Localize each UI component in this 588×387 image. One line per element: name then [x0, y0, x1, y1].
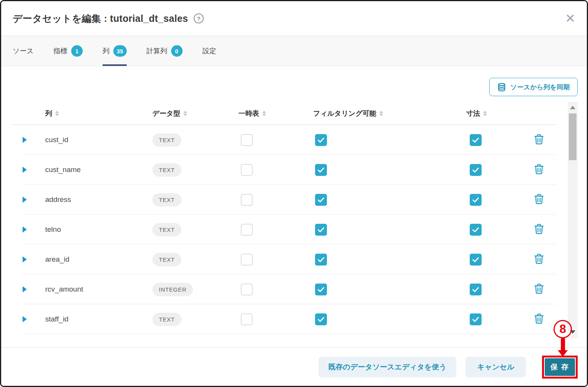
expand-row-icon[interactable] [23, 197, 27, 203]
header-dimension[interactable]: 寸法 [466, 109, 522, 118]
delete-column-button[interactable] [532, 192, 546, 207]
help-icon[interactable]: ? [193, 13, 204, 24]
column-name: cust_name [39, 166, 152, 174]
delete-column-button[interactable] [532, 282, 546, 297]
vertical-scrollbar[interactable] [568, 102, 578, 338]
use-existing-datasource-editor-button[interactable]: 既存のデータソースエディタを使う [318, 357, 457, 377]
data-type-badge: TEXT [152, 223, 181, 236]
data-type-badge: TEXT [152, 313, 181, 326]
column-name: address [39, 195, 152, 204]
dimension-checkbox[interactable] [470, 254, 482, 266]
trash-icon [532, 252, 546, 267]
sort-icon[interactable] [262, 111, 266, 116]
data-type-badge: TEXT [152, 253, 181, 266]
temporary-checkbox[interactable] [241, 224, 253, 236]
dimension-checkbox[interactable] [470, 284, 482, 295]
cancel-button[interactable]: キャンセル [466, 357, 526, 377]
header-column[interactable]: 列 [39, 109, 152, 118]
temporary-checkbox[interactable] [241, 164, 253, 176]
tab-settings-label: 設定 [203, 46, 216, 56]
filterable-checkbox[interactable] [315, 313, 327, 325]
table-header-row: 列 データ型 一時表 フィルタリング可能 寸法 [12, 102, 556, 125]
filterable-checkbox[interactable] [315, 254, 327, 266]
table-row: telno TEXT [12, 215, 556, 244]
tab-calculated-columns-count-badge: 0 [171, 45, 183, 57]
sync-columns-from-source-button[interactable]: ソースから列を同期 [489, 78, 578, 96]
sort-icon[interactable] [379, 111, 383, 116]
header-temporary[interactable]: 一時表 [238, 109, 313, 118]
dimension-checkbox[interactable] [470, 164, 482, 176]
annotation-step-badge: 8 [554, 320, 572, 338]
dialog-footer: 既存のデータソースエディタを使う キャンセル 保 存 [1, 348, 587, 386]
tab-metrics-count-badge: 1 [71, 45, 83, 57]
delete-column-button[interactable] [532, 222, 546, 237]
columns-tab-content: ソースから列を同期 列 データ型 一時表 フィ [1, 66, 587, 348]
trash-icon [532, 312, 546, 326]
delete-column-button[interactable] [532, 162, 546, 177]
delete-column-button[interactable] [532, 312, 546, 326]
column-name: rcv_amount [39, 285, 152, 294]
expand-row-icon[interactable] [23, 137, 27, 143]
annotation-arrow [561, 338, 565, 351]
tab-settings[interactable]: 設定 [203, 36, 216, 66]
columns-table: 列 データ型 一時表 フィルタリング可能 寸法 [12, 102, 556, 334]
header-filterable[interactable]: フィルタリング可能 [313, 109, 466, 118]
data-type-badge: TEXT [152, 193, 181, 207]
temporary-checkbox[interactable] [241, 254, 253, 266]
annotation-arrow-head [558, 350, 568, 357]
scroll-up-icon[interactable] [570, 106, 575, 109]
tab-calculated-columns[interactable]: 計算列 0 [147, 36, 183, 66]
trash-icon [532, 162, 546, 177]
expand-row-icon[interactable] [23, 286, 27, 292]
database-icon [497, 83, 506, 92]
sort-icon[interactable] [55, 111, 59, 116]
data-type-badge: TEXT [152, 133, 181, 147]
dialog-header: データセットを編集 : tutorial_dt_sales ? ✕ [1, 1, 587, 36]
expand-row-icon[interactable] [23, 316, 27, 322]
tab-columns[interactable]: 列 35 [103, 36, 127, 66]
data-type-badge: TEXT [152, 163, 181, 177]
save-button-highlight-box: 保 存 [542, 356, 578, 379]
dimension-checkbox[interactable] [470, 134, 482, 146]
filterable-checkbox[interactable] [315, 284, 327, 295]
delete-column-button[interactable] [532, 252, 546, 267]
sort-icon[interactable] [183, 111, 187, 116]
expand-row-icon[interactable] [23, 167, 27, 173]
dimension-checkbox[interactable] [470, 313, 482, 325]
trash-icon [532, 192, 546, 207]
temporary-checkbox[interactable] [241, 194, 253, 206]
expand-row-icon[interactable] [23, 256, 27, 262]
table-row: address TEXT [12, 185, 556, 215]
close-icon[interactable]: ✕ [565, 12, 575, 25]
temporary-checkbox[interactable] [241, 284, 253, 295]
filterable-checkbox[interactable] [315, 134, 327, 146]
edit-dataset-dialog: データセットを編集 : tutorial_dt_sales ? ✕ ソース 指標… [0, 0, 588, 387]
dimension-checkbox[interactable] [470, 224, 482, 236]
tab-source[interactable]: ソース [13, 36, 34, 66]
dimension-checkbox[interactable] [470, 194, 482, 206]
temporary-checkbox[interactable] [241, 134, 253, 146]
tab-columns-label: 列 [103, 46, 109, 56]
header-data-type[interactable]: データ型 [152, 109, 238, 118]
scrollbar-thumb[interactable] [569, 113, 577, 160]
temporary-checkbox[interactable] [241, 313, 253, 325]
table-row: cust_name TEXT [12, 155, 556, 185]
filterable-checkbox[interactable] [315, 194, 327, 206]
table-row: staff_id TEXT [12, 304, 556, 334]
trash-icon [532, 222, 546, 237]
sync-button-label: ソースから列を同期 [510, 83, 570, 92]
svg-text:?: ? [197, 15, 201, 22]
save-button[interactable]: 保 存 [545, 358, 575, 376]
filterable-checkbox[interactable] [315, 224, 327, 236]
tab-metrics[interactable]: 指標 1 [54, 36, 83, 66]
sort-icon[interactable] [483, 111, 487, 116]
column-name: cust_id [39, 136, 152, 144]
trash-icon [532, 133, 546, 147]
delete-column-button[interactable] [532, 133, 546, 147]
tab-bar: ソース 指標 1 列 35 計算列 0 設定 [1, 36, 587, 66]
filterable-checkbox[interactable] [315, 164, 327, 176]
dialog-title: データセットを編集 : tutorial_dt_sales [13, 12, 188, 25]
tab-calculated-columns-label: 計算列 [147, 46, 167, 56]
expand-row-icon[interactable] [23, 226, 27, 233]
tab-metrics-label: 指標 [54, 46, 67, 56]
